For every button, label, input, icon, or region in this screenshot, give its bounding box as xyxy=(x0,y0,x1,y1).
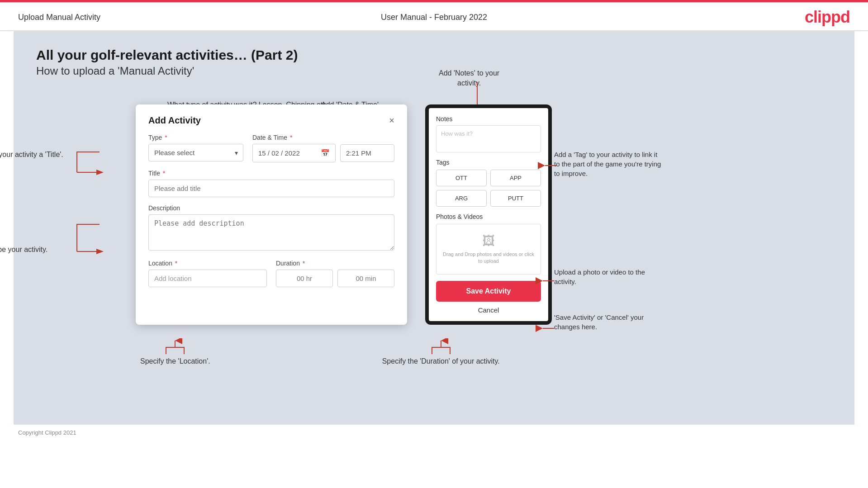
modal-header: Add Activity × xyxy=(148,115,394,126)
title-label: Title * xyxy=(148,170,394,177)
type-select[interactable]: Please select xyxy=(148,144,243,161)
date-time-inputs: 📅 xyxy=(252,144,394,162)
title-group: Title * xyxy=(148,170,394,197)
manual-title: User Manual - February 2022 xyxy=(381,13,487,22)
title-required: * xyxy=(161,170,165,177)
date-input-wrapper: 📅 xyxy=(252,144,336,162)
duration-hr-input[interactable] xyxy=(276,270,333,287)
description-label: Description xyxy=(148,204,394,212)
time-input[interactable] xyxy=(340,144,394,162)
bottom-annotations: Specify the 'Location'. Specify the 'Dur… xyxy=(36,338,832,366)
modal-dialog: Add Activity × Type * Please select ▾ xyxy=(136,104,407,325)
type-label: Type * xyxy=(148,134,243,141)
date-input[interactable] xyxy=(258,149,317,157)
location-group: Location * xyxy=(148,260,267,287)
save-activity-button[interactable]: Save Activity xyxy=(436,281,541,302)
cancel-button[interactable]: Cancel xyxy=(478,306,499,314)
main-subtitle: How to upload a 'Manual Activity' xyxy=(36,65,832,77)
callout-location-bottom: Specify the 'Location'. xyxy=(140,338,210,366)
notes-label: Notes xyxy=(436,115,541,123)
datetime-group: Date & Time * 📅 xyxy=(252,134,394,162)
title-input[interactable] xyxy=(148,180,394,197)
tag-ott[interactable]: OTT xyxy=(436,170,487,186)
location-input[interactable] xyxy=(148,270,267,287)
datetime-label: Date & Time * xyxy=(252,134,394,141)
notes-placeholder: How was it? xyxy=(441,130,473,137)
tags-grid: OTT APP ARG PUTT xyxy=(436,170,541,207)
top-bar: Upload Manual Activity User Manual - Feb… xyxy=(0,2,868,31)
close-button[interactable]: × xyxy=(389,115,394,126)
main-title: All your golf-relevant activities… (Part… xyxy=(36,47,832,63)
duration-inputs xyxy=(276,270,394,287)
duration-required: * xyxy=(301,260,305,267)
save-arrow-svg xyxy=(541,326,554,331)
tag-arg[interactable]: ARG xyxy=(436,190,487,207)
desc-bracket-svg xyxy=(72,222,118,258)
photos-label: Photos & Videos xyxy=(436,213,541,220)
callout-tag: Add a 'Tag' to your activity to link it … xyxy=(554,150,663,178)
duration-bracket-svg xyxy=(427,338,455,356)
location-bracket-svg xyxy=(161,338,189,356)
location-required: * xyxy=(173,260,177,267)
duration-min-input[interactable] xyxy=(337,270,394,287)
copyright-text: Copyright Clippd 2021 xyxy=(18,429,76,436)
location-duration-row: Location * Duration * xyxy=(148,260,394,287)
type-datetime-row: Type * Please select ▾ Date & Time * xyxy=(148,134,394,162)
type-select-wrapper: Please select ▾ xyxy=(148,144,243,161)
footer: Copyright Clippd 2021 xyxy=(0,425,868,441)
logo: clippd xyxy=(805,8,850,27)
upload-icon: 🖼 xyxy=(441,233,536,248)
tag-app[interactable]: APP xyxy=(490,170,541,186)
title-bracket-svg xyxy=(72,150,118,177)
tags-label: Tags xyxy=(436,159,541,166)
callout-upload-photo: Upload a photo or video to the activity. xyxy=(554,267,654,286)
tag-putt[interactable]: PUTT xyxy=(490,190,541,207)
location-bottom-label: Specify the 'Location'. xyxy=(140,356,210,366)
phone-screen: Notes How was it? Tags OTT APP ARG PUTT … xyxy=(425,104,552,325)
calendar-icon[interactable]: 📅 xyxy=(321,149,330,157)
description-textarea[interactable] xyxy=(148,214,394,251)
type-group: Type * Please select ▾ xyxy=(148,134,243,162)
main-content: All your golf-relevant activities… (Part… xyxy=(14,31,854,425)
location-label: Location * xyxy=(148,260,267,267)
duration-bottom-label: Specify the 'Duration' of your activity. xyxy=(382,356,500,366)
callout-notes: Add 'Notes' to your activity. xyxy=(439,68,499,89)
page-title: Upload Manual Activity xyxy=(18,13,100,22)
callout-save-cancel: 'Save Activity' or 'Cancel' your changes… xyxy=(554,313,667,332)
callout-duration-bottom: Specify the 'Duration' of your activity. xyxy=(382,338,500,366)
phone-content: Notes How was it? Tags OTT APP ARG PUTT … xyxy=(429,108,548,321)
upload-text: Drag and Drop photos and videos or click… xyxy=(441,251,536,265)
tag-arrow-svg xyxy=(543,163,556,168)
type-required: * xyxy=(163,134,167,141)
notes-input[interactable]: How was it? xyxy=(436,125,541,152)
right-panel: Add 'Notes' to your activity. Notes Ho xyxy=(421,104,574,325)
description-group: Description xyxy=(148,204,394,252)
duration-group: Duration * xyxy=(276,260,394,287)
photos-upload-area[interactable]: 🖼 Drag and Drop photos and videos or cli… xyxy=(436,224,541,275)
upload-arrow-svg xyxy=(541,279,554,283)
duration-label: Duration * xyxy=(276,260,394,267)
datetime-required: * xyxy=(288,134,292,141)
modal-title: Add Activity xyxy=(148,115,201,126)
